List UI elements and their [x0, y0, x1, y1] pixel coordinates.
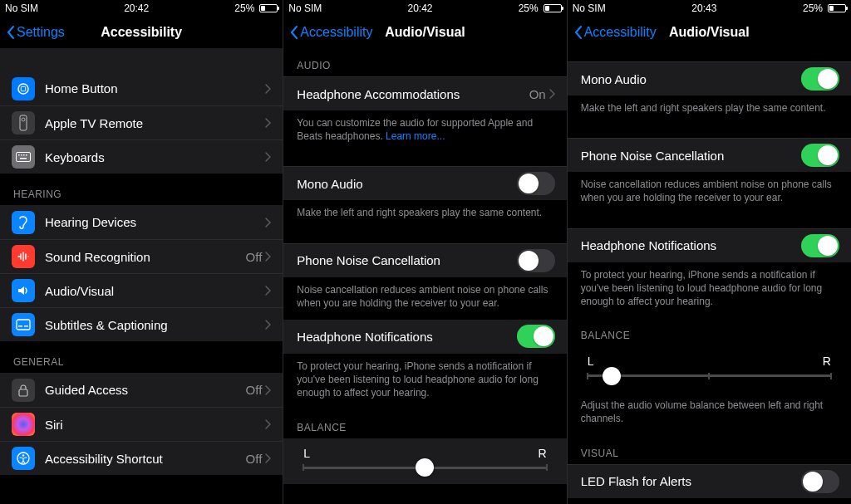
chevron-right-icon — [265, 118, 271, 128]
svg-point-3 — [22, 118, 25, 121]
section-header-hearing: HEARING — [0, 174, 283, 205]
svg-rect-5 — [18, 154, 20, 156]
panel-audio-visual-2: No SIM 20:43 25% Accessibility Audio/Vis… — [568, 0, 851, 504]
battery-pct: 25% — [519, 2, 539, 14]
row-led-flash[interactable]: LED Flash for Alerts — [568, 464, 851, 498]
footer-noise-cancel: Noise cancellation reduces ambient noise… — [283, 277, 566, 320]
row-label: Mono Audio — [297, 177, 516, 191]
balance-slider-group: L R — [568, 346, 851, 389]
row-phone-noise-cancellation[interactable]: Phone Noise Cancellation — [283, 243, 566, 277]
toggle-led-flash[interactable] — [801, 470, 839, 493]
row-label: Headphone Notifications — [297, 330, 516, 344]
row-label: Mono Audio — [581, 72, 801, 86]
status-bar: No SIM 20:42 25% — [283, 0, 566, 17]
list-physical: Home Button Apple TV Remote Keyboards — [0, 71, 283, 174]
speaker-icon — [12, 279, 35, 302]
toggle-headphone-notif[interactable] — [517, 325, 555, 348]
svg-rect-12 — [24, 325, 28, 327]
accessibility-icon — [12, 447, 35, 470]
row-apple-tv-remote[interactable]: Apple TV Remote — [0, 105, 283, 139]
row-headphone-accommodations[interactable]: Headphone Accommodations On — [283, 76, 566, 110]
section-header-general: GENERAL — [0, 341, 283, 373]
battery-icon — [828, 4, 846, 12]
nav-bar: Accessibility Audio/Visual — [568, 17, 851, 48]
chevron-right-icon — [265, 419, 271, 429]
back-button[interactable]: Settings — [7, 25, 65, 40]
ear-icon — [12, 211, 35, 234]
row-mono-audio[interactable]: Mono Audio — [283, 166, 566, 200]
row-label: Apple TV Remote — [45, 116, 265, 130]
row-sound-recognition[interactable]: Sound Recognition Off — [0, 239, 283, 273]
toggle-mono-audio[interactable] — [517, 172, 555, 195]
slider-thumb[interactable] — [416, 458, 434, 477]
back-label: Settings — [17, 25, 65, 40]
clock: 20:42 — [407, 2, 432, 14]
section-header-audio: AUDIO — [283, 48, 566, 76]
section-header-balance: BALANCE — [568, 318, 851, 346]
svg-point-15 — [22, 454, 24, 456]
svg-rect-11 — [18, 325, 22, 327]
row-label: Hearing Devices — [45, 215, 265, 229]
footer-headphone-notif: To protect your hearing, iPhone sends a … — [568, 262, 851, 319]
carrier-label: No SIM — [5, 2, 38, 14]
row-headphone-notifications[interactable]: Headphone Notifications — [283, 320, 566, 354]
toggle-noise-cancel[interactable] — [801, 144, 839, 167]
balance-slider[interactable] — [303, 467, 546, 469]
chevron-right-icon — [549, 89, 555, 99]
clock: 20:43 — [691, 2, 716, 14]
chevron-left-icon — [290, 26, 298, 39]
slider-thumb[interactable] — [603, 367, 621, 385]
row-mono-audio[interactable]: Mono Audio — [568, 61, 851, 95]
footer-mono-audio: Make the left and right speakers play th… — [283, 200, 566, 229]
row-value: On — [529, 87, 546, 101]
battery-pct: 25% — [234, 2, 254, 14]
row-label: Headphone Accommodations — [297, 87, 529, 101]
siri-icon — [12, 413, 35, 436]
row-label: Phone Noise Cancellation — [297, 253, 516, 267]
back-button[interactable]: Accessibility — [574, 25, 657, 40]
row-home-button[interactable]: Home Button — [0, 71, 283, 105]
appletv-remote-icon — [12, 111, 35, 135]
carrier-label: No SIM — [288, 2, 322, 14]
row-hearing-devices[interactable]: Hearing Devices — [0, 205, 283, 239]
chevron-right-icon — [265, 84, 271, 94]
battery-icon — [544, 4, 562, 12]
toggle-noise-cancel[interactable] — [517, 249, 555, 272]
nav-bar: Accessibility Audio/Visual — [283, 17, 566, 48]
row-label: Phone Noise Cancellation — [581, 149, 801, 163]
svg-rect-9 — [20, 158, 27, 159]
row-siri[interactable]: Siri — [0, 407, 283, 441]
back-button[interactable]: Accessibility — [290, 25, 372, 40]
svg-rect-10 — [17, 320, 30, 330]
row-phone-noise-cancellation[interactable]: Phone Noise Cancellation — [568, 138, 851, 172]
balance-slider[interactable] — [588, 374, 831, 377]
learn-more-link[interactable]: Learn more... — [386, 130, 445, 142]
row-label: Headphone Notifications — [581, 238, 801, 252]
back-label: Accessibility — [300, 25, 372, 40]
row-label: Keyboards — [45, 150, 265, 164]
toggle-mono-audio[interactable] — [801, 67, 839, 91]
chevron-left-icon — [574, 26, 583, 39]
row-guided-access[interactable]: Guided Access Off — [0, 373, 283, 407]
row-audio-visual[interactable]: Audio/Visual — [0, 273, 283, 307]
section-header-balance: BALANCE — [283, 410, 566, 438]
balance-right-label: R — [539, 447, 547, 460]
row-label: LED Flash for Alerts — [581, 474, 801, 488]
row-partial-top[interactable] — [0, 48, 283, 71]
lock-icon — [12, 379, 35, 402]
row-label: Subtitles & Captioning — [45, 318, 265, 332]
chevron-right-icon — [265, 320, 271, 330]
row-subtitles-captioning[interactable]: Subtitles & Captioning — [0, 307, 283, 341]
chevron-right-icon — [265, 385, 271, 395]
carrier-label: No SIM — [573, 2, 606, 14]
home-button-icon — [12, 77, 35, 100]
svg-rect-1 — [21, 86, 25, 91]
row-headphone-notifications[interactable]: Headphone Notifications — [568, 228, 851, 262]
row-keyboards[interactable]: Keyboards — [0, 139, 283, 174]
toggle-headphone-notif[interactable] — [801, 234, 839, 257]
footer-balance: Adjust the audio volume balance between … — [568, 389, 851, 435]
row-accessibility-shortcut[interactable]: Accessibility Shortcut Off — [0, 441, 283, 475]
chevron-left-icon — [7, 26, 15, 39]
balance-left-label: L — [303, 447, 310, 460]
row-value: Off — [246, 250, 263, 264]
